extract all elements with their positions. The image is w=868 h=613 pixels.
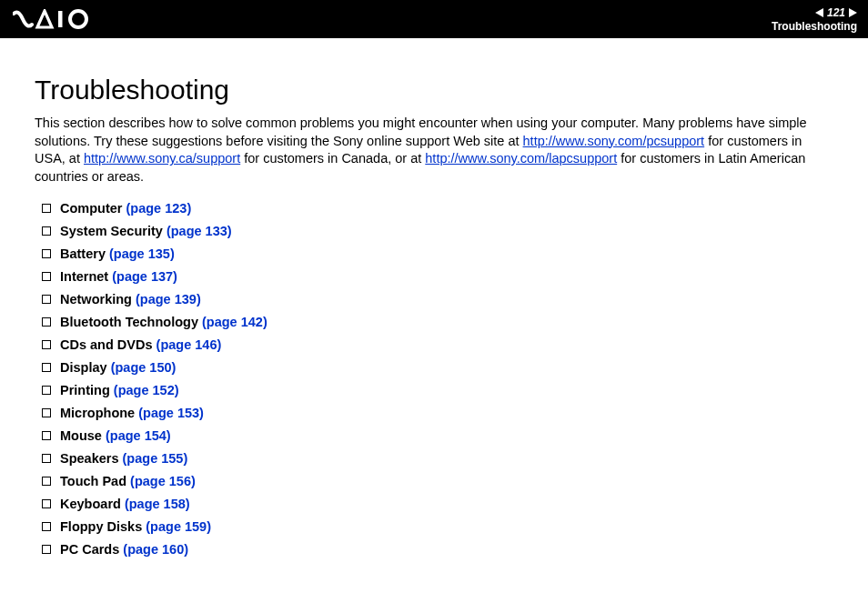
toc-item-label: Battery — [60, 246, 106, 261]
toc-item-page-link[interactable]: (page 135) — [109, 246, 175, 261]
toc-item-label: Floppy Disks — [60, 519, 142, 534]
toc-item-page-link[interactable]: (page 139) — [136, 292, 201, 306]
intro-paragraph: This section describes how to solve comm… — [35, 115, 833, 186]
toc-item[interactable]: Display (page 150) — [42, 356, 833, 378]
toc-item-page-link[interactable]: (page 123) — [126, 201, 192, 216]
toc-item[interactable]: Internet (page 137) — [42, 265, 833, 287]
toc-item-text: Floppy Disks (page 159) — [60, 519, 211, 534]
toc-item-label: Computer — [60, 201, 122, 216]
toc-item-text: PC Cards (page 160) — [60, 542, 188, 557]
toc-item-label: Microphone — [60, 406, 135, 420]
square-bullet-icon — [42, 204, 51, 213]
toc-item-text: Internet (page 137) — [60, 269, 177, 284]
page-number: 121 — [827, 6, 845, 19]
toc-item[interactable]: Bluetooth Technology (page 142) — [42, 310, 833, 333]
toc-item[interactable]: Keyboard (page 158) — [42, 492, 833, 515]
toc-item-page-link[interactable]: (page 159) — [146, 519, 211, 534]
prev-page-arrow-icon[interactable] — [815, 8, 823, 17]
toc-item-label: Display — [60, 360, 107, 375]
toc-item[interactable]: Speakers (page 155) — [42, 447, 833, 469]
square-bullet-icon — [42, 522, 51, 531]
square-bullet-icon — [42, 226, 51, 236]
toc-item-page-link[interactable]: (page 146) — [156, 337, 222, 352]
vaio-logo — [13, 0, 96, 38]
toc-item-page-link[interactable]: (page 153) — [138, 406, 204, 420]
square-bullet-icon — [42, 477, 51, 486]
toc-item-page-link[interactable]: (page 160) — [123, 542, 188, 557]
square-bullet-icon — [42, 340, 51, 349]
page-title: Troubleshooting — [35, 75, 833, 106]
toc-item-text: Mouse (page 154) — [60, 428, 171, 443]
square-bullet-icon — [42, 386, 51, 395]
toc-item-label: Mouse — [60, 428, 102, 443]
next-page-arrow-icon[interactable] — [849, 8, 857, 17]
toc-item[interactable]: PC Cards (page 160) — [42, 538, 833, 560]
square-bullet-icon — [42, 363, 51, 372]
square-bullet-icon — [42, 545, 51, 554]
square-bullet-icon — [42, 295, 51, 304]
toc-item-text: Touch Pad (page 156) — [60, 474, 196, 488]
toc-item-label: PC Cards — [60, 542, 119, 557]
header-right: 121 Troubleshooting — [772, 0, 857, 38]
page-nav: 121 — [815, 6, 857, 19]
toc-list: Computer (page 123)System Security (page… — [35, 196, 833, 560]
toc-item-page-link[interactable]: (page 156) — [130, 474, 196, 488]
intro-text: for customers in Canada, or at — [240, 151, 425, 166]
header-section-label: Troubleshooting — [772, 20, 857, 33]
toc-item-page-link[interactable]: (page 158) — [125, 497, 190, 511]
toc-item-text: Bluetooth Technology (page 142) — [60, 315, 267, 329]
toc-item-label: Speakers — [60, 451, 119, 466]
toc-item-label: Printing — [60, 383, 110, 397]
toc-item-page-link[interactable]: (page 152) — [114, 383, 179, 397]
toc-item-page-link[interactable]: (page 150) — [111, 360, 177, 375]
toc-item-text: Printing (page 152) — [60, 383, 179, 397]
svg-rect-0 — [58, 11, 63, 27]
toc-item-text: CDs and DVDs (page 146) — [60, 337, 221, 352]
toc-item-label: Internet — [60, 269, 108, 284]
toc-item[interactable]: Mouse (page 154) — [42, 424, 833, 447]
toc-item[interactable]: Printing (page 152) — [42, 378, 833, 401]
toc-item-page-link[interactable]: (page 142) — [202, 315, 267, 329]
toc-item-text: Battery (page 135) — [60, 246, 175, 261]
toc-item-text: Networking (page 139) — [60, 292, 201, 306]
toc-item-text: System Security (page 133) — [60, 224, 232, 238]
toc-item[interactable]: Computer (page 123) — [42, 196, 833, 219]
support-link-canada[interactable]: http://www.sony.ca/support — [84, 151, 240, 166]
toc-item-text: Computer (page 123) — [60, 201, 191, 216]
square-bullet-icon — [42, 317, 51, 327]
toc-item-text: Speakers (page 155) — [60, 451, 187, 466]
toc-item[interactable]: Networking (page 139) — [42, 287, 833, 310]
toc-item-page-link[interactable]: (page 155) — [123, 451, 188, 466]
toc-item-page-link[interactable]: (page 133) — [167, 224, 232, 238]
toc-item-page-link[interactable]: (page 137) — [112, 269, 177, 284]
toc-item[interactable]: Microphone (page 153) — [42, 401, 833, 424]
page-content: Troubleshooting This section describes h… — [0, 38, 868, 569]
document-header: 121 Troubleshooting — [0, 0, 868, 38]
toc-item-label: Bluetooth Technology — [60, 315, 198, 329]
support-link-latam[interactable]: http://www.sony.com/lapcsupport — [425, 151, 617, 166]
toc-item[interactable]: Floppy Disks (page 159) — [42, 515, 833, 538]
toc-item-text: Microphone (page 153) — [60, 406, 204, 420]
square-bullet-icon — [42, 272, 51, 281]
toc-item-label: CDs and DVDs — [60, 337, 153, 352]
toc-item-text: Keyboard (page 158) — [60, 497, 190, 511]
toc-item[interactable]: CDs and DVDs (page 146) — [42, 333, 833, 356]
toc-item-label: System Security — [60, 224, 163, 238]
toc-item[interactable]: Touch Pad (page 156) — [42, 469, 833, 492]
support-link-usa[interactable]: http://www.sony.com/pcsupport — [523, 134, 705, 148]
toc-item[interactable]: System Security (page 133) — [42, 219, 833, 242]
square-bullet-icon — [42, 431, 51, 440]
square-bullet-icon — [42, 499, 51, 508]
toc-item-label: Touch Pad — [60, 474, 126, 488]
svg-point-1 — [70, 11, 86, 27]
square-bullet-icon — [42, 249, 51, 258]
toc-item-label: Keyboard — [60, 497, 121, 511]
toc-item-label: Networking — [60, 292, 132, 306]
square-bullet-icon — [42, 408, 51, 417]
toc-item-text: Display (page 150) — [60, 360, 176, 375]
toc-item[interactable]: Battery (page 135) — [42, 242, 833, 265]
square-bullet-icon — [42, 454, 51, 463]
toc-item-page-link[interactable]: (page 154) — [106, 428, 171, 443]
